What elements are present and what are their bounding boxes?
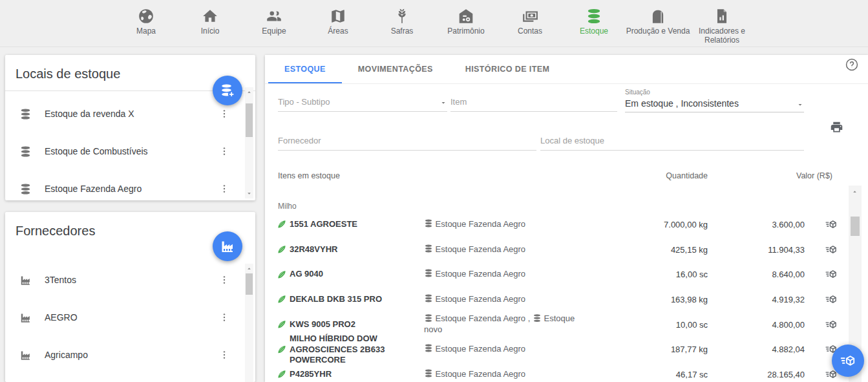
people-icon — [266, 8, 282, 25]
nav-item-estoque[interactable]: Estoque — [562, 0, 626, 47]
corn-icon — [277, 344, 287, 354]
table-row-1551-agroeste[interactable]: 1551 AGROESTE Estoque Fazenda Aegro7.000… — [265, 212, 868, 237]
list-item-agricampo[interactable]: Agricampo — [5, 336, 242, 374]
nav-item-equipe[interactable]: Equipe — [242, 0, 306, 47]
database-icon — [19, 108, 32, 120]
stock-locations-scrollbar[interactable] — [245, 87, 253, 198]
nav-item-mapa[interactable]: Mapa — [114, 0, 178, 47]
scrollbar-thumb[interactable] — [246, 273, 253, 295]
scrollbar-thumb[interactable] — [246, 103, 253, 137]
filter-local-input[interactable]: Local de estoque — [540, 136, 804, 151]
item-name-label: MILHO HÍBRIDO DOW AGROSCIENCES 2B633 POW… — [290, 334, 438, 365]
movement-icon[interactable] — [825, 243, 838, 256]
movement-icon[interactable] — [825, 318, 838, 331]
database-icon — [424, 313, 433, 323]
stock-movement-fab[interactable] — [832, 345, 864, 377]
movement-icon[interactable] — [825, 268, 838, 281]
table-row-dekalb-dkb-315-pro[interactable]: DEKALB DKB 315 PRO Estoque Fazenda Aegro… — [265, 287, 868, 312]
scroll-down-icon[interactable] — [246, 190, 253, 197]
scroll-up-icon[interactable] — [246, 89, 253, 96]
stock-locations-title: Locais de estoque — [5, 55, 255, 81]
tab-historico-de-item[interactable]: HISTÓRICO DE ITEM — [449, 55, 566, 83]
inventory-panel: ESTOQUEMOVIMENTAÇÕESHISTÓRICO DE ITEM Ti… — [265, 55, 868, 382]
item-name: DEKALB DKB 315 PRO — [277, 294, 438, 304]
nav-item-contas[interactable]: Contas — [498, 0, 562, 47]
item-name: AG 9040 — [277, 269, 438, 279]
list-item-label: Estoque de Combustíveis — [45, 146, 148, 156]
item-locations: Estoque Fazenda Aegro — [424, 219, 586, 230]
item-name: 1551 AGROESTE — [277, 219, 438, 229]
tab-movimentacoes[interactable]: MOVIMENTAÇÕES — [342, 55, 449, 83]
database-icon — [424, 368, 433, 377]
nav-item-indicadores-e-relatorios[interactable]: Indicadores e Relatórios — [690, 0, 754, 47]
item-value: 28.165,40 — [767, 369, 805, 379]
nav-item-areas[interactable]: Áreas — [306, 0, 370, 47]
nav-label: Safras — [391, 27, 414, 36]
filter-situacao-select[interactable]: Situação Em estoque , Inconsistentes — [625, 89, 804, 112]
fornecedor-placeholder: Fornecedor — [278, 136, 536, 145]
add-stock-location-button[interactable] — [213, 76, 242, 105]
printer-icon[interactable] — [830, 120, 843, 134]
database-plus-icon — [220, 83, 235, 98]
item-location: Estoque Fazenda Aegro — [424, 344, 525, 354]
nav-item-safras[interactable]: Safras — [370, 0, 434, 47]
item-location: Estoque Fazenda Aegro — [424, 219, 525, 229]
list-item-aegro[interactable]: AEGRO — [5, 299, 242, 336]
factory-icon — [19, 274, 32, 286]
scroll-up-icon[interactable] — [246, 265, 253, 272]
database-icon — [586, 8, 602, 25]
nav-item-producao-e-venda[interactable]: Produção e Venda — [626, 0, 690, 47]
item-menu-icon[interactable] — [218, 312, 230, 323]
item-menu-icon[interactable] — [218, 274, 230, 286]
add-supplier-button[interactable] — [213, 231, 242, 261]
list-item-3tentos[interactable]: 3Tentos — [5, 261, 242, 299]
item-menu-icon[interactable] — [218, 108, 230, 120]
list-item-estoque-da-revenda-x[interactable]: Estoque da revenda X — [5, 95, 242, 133]
filter-item-input[interactable]: Item — [450, 97, 617, 112]
stock-locations-list: Estoque da revenda XEstoque de Combustív… — [5, 95, 242, 200]
item-name-label: DEKALB DKB 315 PRO — [290, 294, 382, 304]
table-row-milho-hibrido-dow-agrosciences-2b633-powercore[interactable]: MILHO HÍBRIDO DOW AGROSCIENCES 2B633 POW… — [265, 337, 868, 362]
scrollbar-thumb[interactable] — [851, 217, 860, 236]
list-item-estoque-fazenda-aegro[interactable]: Estoque Fazenda Aegro — [5, 170, 242, 200]
nav-label: Áreas — [328, 27, 348, 36]
suppliers-scrollbar[interactable] — [245, 264, 253, 382]
scroll-up-icon[interactable] — [851, 188, 858, 195]
barn-icon — [458, 8, 474, 25]
nav-label: Contas — [518, 27, 542, 36]
item-value: 8.640,00 — [772, 270, 805, 279]
item-locations: Estoque Fazenda Aegro — [424, 244, 586, 255]
table-row-32r48vyhr[interactable]: 32R48VYHR Estoque Fazenda Aegro425,15 kg… — [265, 237, 868, 262]
item-name: 32R48VYHR — [277, 244, 438, 255]
database-icon — [424, 244, 433, 253]
table-row-ag-9040[interactable]: AG 9040 Estoque Fazenda Aegro16,00 sc8.6… — [265, 262, 868, 287]
inventory-rows: 1551 AGROESTE Estoque Fazenda Aegro7.000… — [265, 212, 868, 382]
item-menu-icon[interactable] — [218, 145, 230, 157]
list-item-label: Estoque Fazenda Aegro — [45, 184, 142, 194]
help-icon[interactable] — [845, 58, 859, 72]
item-placeholder: Item — [450, 97, 617, 107]
nav-item-inicio[interactable]: Início — [178, 0, 242, 47]
item-location: Estoque Fazenda Aegro — [424, 294, 525, 304]
tab-estoque[interactable]: ESTOQUE — [268, 55, 342, 83]
nav-label: Equipe — [262, 27, 286, 36]
movement-icon[interactable] — [825, 293, 838, 306]
database-icon — [424, 219, 433, 228]
item-location: Estoque Fazenda Aegro — [424, 368, 525, 378]
corn-icon — [277, 219, 287, 229]
globe-icon — [138, 8, 154, 25]
item-menu-icon[interactable] — [218, 183, 230, 195]
filter-fornecedor-input[interactable]: Fornecedor — [278, 136, 536, 151]
table-row-p4285yhr[interactable]: P4285YHR Estoque Fazenda Aegro46,17 sc28… — [265, 362, 868, 382]
item-quantity: 46,17 sc — [676, 369, 708, 379]
movement-icon — [840, 352, 856, 369]
list-item-estoque-de-combustiveis[interactable]: Estoque de Combustíveis — [5, 133, 242, 170]
item-menu-icon[interactable] — [218, 349, 230, 361]
filter-tipo-subtipo-select[interactable]: Tipo - Subtipo — [278, 97, 447, 112]
tab-label: ESTOQUE — [284, 65, 326, 74]
item-name: P4285YHR — [277, 369, 438, 379]
nav-item-patrimonio[interactable]: Patrimônio — [434, 0, 498, 47]
situacao-label: Situação — [625, 89, 804, 96]
movement-icon[interactable] — [825, 218, 838, 231]
item-value: 4.919,32 — [772, 295, 805, 304]
